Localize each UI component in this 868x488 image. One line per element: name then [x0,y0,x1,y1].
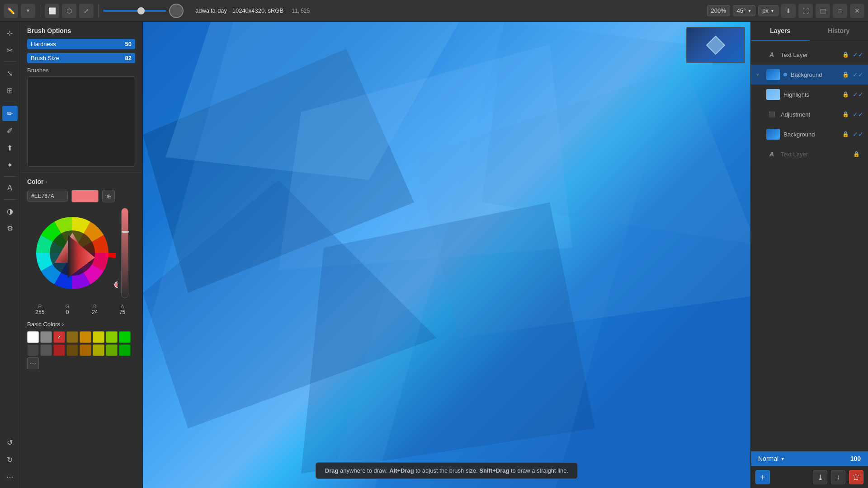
layer-name-4: Adjustment [781,111,839,118]
color-swatch-11[interactable] [66,344,78,356]
layer-item-5[interactable]: Background🔒✓ [751,124,868,144]
tab-layers[interactable]: Layers [751,22,810,41]
color-swatch-7[interactable] [119,331,131,343]
color-swatch-14[interactable] [106,344,118,356]
alpha-thumb[interactable] [122,231,129,233]
canvas-area[interactable]: Drag anywhere to draw. Alt+Drag to adjus… [143,22,750,488]
color-wheel[interactable] [27,208,118,298]
brushes-grid[interactable] [27,76,135,167]
layer-expand-icon: ▼ [755,72,763,77]
text-tool[interactable]: A [2,180,18,196]
visibility-icon-2[interactable]: ✓ [853,71,863,78]
layer-name-1: Text Layer [781,52,839,58]
select-tool[interactable]: ⊹ [2,25,18,41]
visibility-icon-1[interactable]: ✓ [853,51,863,58]
select-rect-icon[interactable]: ⬜ [45,4,59,18]
layer-item-1[interactable]: AText Layer🔒✓ [751,45,868,65]
close-icon[interactable]: ✕ [850,4,864,18]
download-icon[interactable]: ⬇ [781,4,796,18]
color-swatch-3[interactable] [66,331,78,343]
color-swatch-12[interactable] [80,344,91,356]
menu-icon[interactable]: ≡ [833,4,847,18]
color-swatch-0[interactable] [27,331,39,343]
brush-size-slider[interactable] [103,10,166,12]
layer-item-4[interactable]: ⬛Adjustment🔒✓ [751,104,868,124]
more-tools[interactable]: ⋯ [2,469,18,484]
color-swatch-2[interactable] [53,331,65,343]
color-hex-input[interactable] [27,191,68,202]
color-swatch-8[interactable] [27,344,39,356]
color-swatch-6[interactable] [106,331,118,343]
layer-item-6[interactable]: AText Layer🔒 [751,144,868,164]
move-down-button[interactable]: ↓ [831,470,845,484]
colors-swatches: ⋯ [27,331,135,369]
tool-sep3 [4,176,16,177]
fullscreen-icon[interactable]: ⛶ [798,4,813,18]
separator2 [98,5,99,17]
unit-control[interactable]: px ▼ [758,5,778,16]
crop-tool[interactable]: ✂ [2,42,18,58]
transform-tool[interactable]: ⤡ [2,66,18,81]
a-value: 75 [119,309,125,315]
layers-tool[interactable]: ⊞ [2,83,18,98]
brush-size-thumb[interactable] [137,7,145,14]
merge-layer-button[interactable]: ⤓ [813,470,827,484]
layer-name-3: Highlights [783,91,839,98]
undo-tool[interactable]: ↺ [2,435,18,450]
heal-tool[interactable]: ✦ [2,157,18,173]
alpha-slider[interactable] [121,208,128,298]
adjustment-layer-icon: ⬛ [766,109,777,120]
lock-icon-2[interactable]: 🔒 [842,71,849,78]
color-swatch-4[interactable] [80,331,91,343]
color-swatch-5[interactable] [93,331,104,343]
zoom-control[interactable]: 200% [707,5,730,16]
redo-tool[interactable]: ↻ [2,452,18,467]
visibility-icon-3[interactable]: ✓ [853,91,863,98]
visibility-icon-4[interactable]: ✓ [853,111,863,118]
r-channel: R 255 [27,304,53,315]
color-swatch-13[interactable] [93,344,104,356]
more-colors-button[interactable]: ⋯ [27,357,39,369]
color-swatch-1[interactable] [40,331,52,343]
lock-icon-4[interactable]: 🔒 [842,111,849,117]
layer-name-2: Background [791,71,839,78]
brush-tool[interactable]: ✏ [2,106,18,121]
layer-item-2[interactable]: ▼Background🔒✓ [751,65,868,84]
lock-icon-6[interactable]: 🔒 [853,151,860,157]
delete-layer-button[interactable]: 🗑 [849,470,863,484]
brush-size-row[interactable]: Brush Size 82 [27,53,135,63]
color-swatch-10[interactable] [53,344,65,356]
hardness-row[interactable]: Hardness 50 [27,39,135,49]
visibility-icon-5[interactable]: ✓ [853,131,863,138]
color-swatch-9[interactable] [40,344,52,356]
lock-icon-3[interactable]: 🔒 [842,91,849,98]
brush-size-label: Brush Size [31,55,125,61]
lock-icon-1[interactable]: 🔒 [842,52,849,58]
tool-sep4 [4,199,16,200]
basic-colors-arrow: › [62,321,64,328]
tab-history[interactable]: History [810,22,868,41]
add-layer-button[interactable]: + [755,470,770,484]
basic-colors-title[interactable]: Basic Colors › [27,321,135,328]
lock-icon-5[interactable]: 🔒 [842,131,849,137]
layer-name-6: Text Layer [781,151,849,158]
color-swatch[interactable] [71,190,99,202]
blend-mode[interactable]: Normal ▼ [758,455,850,462]
color-swatch-15[interactable] [119,344,131,356]
chevron-down-icon[interactable]: ▼ [21,4,35,18]
fill-tool[interactable]: ⬆ [2,140,18,155]
layer-item-3[interactable]: Highlights🔒✓ [751,84,868,104]
angle-control[interactable]: 45° ▼ [733,5,756,16]
angle-value: 45° [737,7,746,14]
settings-tool[interactable]: ⚙ [2,221,18,236]
color-arrow: › [46,179,47,184]
trash-icon: 🗑 [853,473,860,481]
layout-icon[interactable]: ▤ [816,4,830,18]
transform-icon[interactable]: ⤢ [79,4,94,18]
gradient-tool[interactable]: ◑ [2,203,18,219]
color-wheel-svg[interactable] [27,208,118,298]
select-ellipse-icon[interactable]: ⬡ [62,4,76,18]
brush-tool-icon[interactable]: ✏️ [4,4,18,18]
eyedropper-button[interactable]: ⊕ [102,190,115,202]
pencil-tool[interactable]: ✐ [2,123,18,138]
